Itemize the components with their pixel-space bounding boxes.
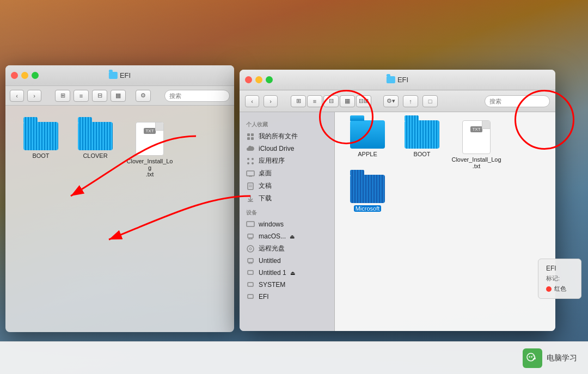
svg-point-25	[531, 356, 532, 357]
content-item-apple[interactable]: APPLE	[343, 120, 392, 169]
forward-button-bg[interactable]: ›	[27, 90, 41, 102]
content-label-boot-main: BOOT	[413, 151, 430, 157]
content-item-microsoft[interactable]: Microsoft	[343, 175, 392, 212]
svg-point-16	[249, 248, 252, 250]
svg-rect-18	[248, 271, 253, 274]
content-label-apple: APPLE	[358, 151, 377, 157]
minimize-button-main[interactable]	[255, 76, 262, 83]
folder-icon-apple	[350, 120, 385, 149]
content-item-txt-main[interactable]: TXT Clover_Install_Log.txt	[452, 120, 501, 169]
svg-point-26	[533, 358, 534, 359]
sidebar-label-apps: 应用程序	[259, 156, 285, 165]
column-btn[interactable]: ⊟	[92, 90, 107, 102]
tags-panel: EFI 标记: 红色	[538, 259, 581, 299]
sidebar-section-favorites: 个人收藏	[240, 117, 334, 130]
close-button[interactable]	[11, 72, 18, 79]
sidebar-label-macos: macOS...	[259, 232, 286, 240]
sidebar-item-macos[interactable]: macOS... ⏏	[240, 230, 334, 242]
finder-main-titlebar: EFI	[240, 70, 555, 90]
content-label-txt-main: Clover_Install_Log.txt	[451, 156, 501, 169]
file-item-boot-bg[interactable]: BOOT	[16, 122, 65, 159]
column-view-btn[interactable]: ⊟	[323, 95, 339, 107]
sidebar-item-efi[interactable]: EFI	[240, 291, 334, 303]
search-input-main[interactable]	[485, 95, 550, 107]
svg-rect-2	[247, 137, 250, 140]
svg-rect-10	[248, 183, 253, 189]
svg-point-4	[247, 158, 249, 160]
gallery-view-btn[interactable]: ▦	[340, 95, 355, 107]
svg-rect-19	[248, 283, 253, 286]
txt-badge-bg: TXT	[144, 128, 155, 134]
coverflow-btn[interactable]: ⊟⊞	[356, 95, 371, 107]
svg-rect-3	[251, 137, 254, 140]
finder-bg-titlebar: EFI	[5, 65, 234, 86]
windows-icon	[246, 220, 255, 229]
folder-icon-boot-bg	[23, 122, 58, 150]
sidebar-item-docs[interactable]: 文稿	[240, 180, 334, 192]
search-input-bg[interactable]	[164, 90, 230, 102]
folder-title-icon-main	[387, 76, 395, 83]
back-button-bg[interactable]: ‹	[10, 90, 24, 102]
icloud-icon	[246, 144, 255, 153]
view-icon-btn[interactable]: ⊞	[55, 90, 70, 102]
minimize-button[interactable]	[21, 72, 28, 79]
downloads-icon	[246, 194, 255, 203]
folder-icon-clover-bg	[78, 122, 113, 150]
sidebar-label-untitled: Untitled	[259, 257, 281, 265]
svg-rect-20	[248, 295, 253, 298]
finder-bg-toolbar: ‹ › ⊞ ≡ ⊟ ▦ ⚙	[5, 86, 234, 106]
finder-content-area: APPLE BOOT TXT Clover_Install_Log.txt	[335, 112, 555, 331]
back-button-main[interactable]: ‹	[245, 95, 259, 107]
svg-rect-8	[247, 171, 254, 176]
eject-untitled1[interactable]: ⏏	[290, 270, 295, 276]
sidebar-item-desktop[interactable]: 桌面	[240, 167, 334, 180]
file-item-clover-bg[interactable]: CLOVER	[71, 122, 120, 159]
file-label-txt-bg: Clover_Install_Log.txt	[125, 158, 174, 177]
list-btn[interactable]: ≡	[74, 90, 89, 102]
action-btn-main[interactable]: ⚙▾	[383, 95, 399, 107]
sidebar-item-remote-disc[interactable]: 远程光盘	[240, 242, 334, 255]
forward-button-main[interactable]: ›	[264, 95, 278, 107]
tag-label-row: 标记:	[546, 273, 573, 284]
sidebar-item-icloud[interactable]: iCloud Drive	[240, 143, 334, 155]
efi-icon	[246, 292, 255, 301]
eject-macos[interactable]: ⏏	[290, 234, 295, 240]
txt-icon-bg: TXT	[136, 122, 164, 156]
sidebar-item-windows[interactable]: windows	[240, 218, 334, 230]
sidebar-section-devices: 设备	[240, 205, 334, 218]
maximize-button[interactable]	[32, 72, 39, 79]
svg-point-24	[529, 356, 530, 357]
file-label-clover-bg: CLOVER	[83, 152, 107, 159]
sidebar-item-apps[interactable]: 应用程序	[240, 155, 334, 167]
svg-rect-14	[248, 234, 253, 238]
file-label-boot-bg: BOOT	[32, 152, 49, 159]
content-item-boot-main[interactable]: BOOT	[397, 120, 446, 169]
cover-btn[interactable]: ▦	[111, 90, 126, 102]
svg-rect-17	[248, 259, 253, 262]
action-btn-bg[interactable]: ⚙	[136, 90, 151, 102]
sidebar-label-downloads: 下载	[259, 194, 272, 203]
icon-view-btn[interactable]: ⊞	[291, 95, 306, 107]
tag-btn[interactable]: □	[422, 95, 438, 107]
list-view-btn[interactable]: ≡	[307, 95, 322, 107]
sidebar-item-untitled[interactable]: Untitled	[240, 255, 334, 267]
svg-point-27	[535, 358, 536, 359]
sidebar-item-untitled1[interactable]: Untitled 1 ⏏	[240, 267, 334, 279]
sidebar-label-untitled1: Untitled 1	[259, 269, 286, 277]
share-btn[interactable]: ↑	[403, 95, 418, 107]
sidebar-item-all-files[interactable]: 我的所有文件	[240, 130, 334, 143]
sidebar-item-system[interactable]: SYSTEM	[240, 279, 334, 291]
sidebar-item-downloads[interactable]: 下载	[240, 192, 334, 205]
sidebar-label-icloud: iCloud Drive	[259, 145, 294, 152]
file-item-txt-bg[interactable]: TXT Clover_Install_Log.txt	[125, 122, 174, 177]
sidebar-label-system: SYSTEM	[259, 281, 285, 289]
svg-point-15	[247, 246, 254, 252]
all-files-icon	[246, 132, 255, 141]
maximize-button-main[interactable]	[266, 76, 273, 83]
view-buttons-group: ⊞ ≡ ⊟ ▦ ⊟⊞	[291, 95, 371, 107]
tag-red-row[interactable]: 红色	[546, 284, 573, 294]
close-button-main[interactable]	[245, 76, 252, 83]
folder-title-icon	[109, 72, 118, 79]
sidebar-label-efi: EFI	[259, 293, 269, 301]
svg-rect-1	[251, 133, 254, 136]
